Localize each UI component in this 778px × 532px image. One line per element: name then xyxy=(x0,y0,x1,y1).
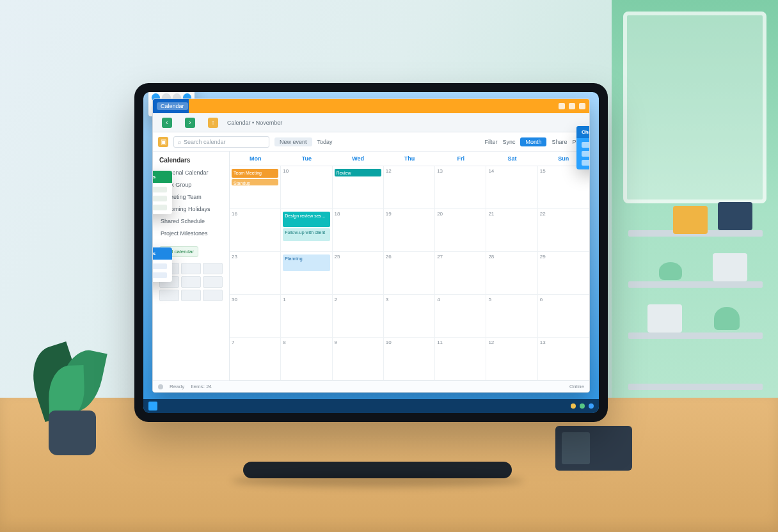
mini-month[interactable] xyxy=(203,263,223,274)
calendar-cell[interactable]: 17Design review sessionFollow-up with cl… xyxy=(281,209,332,252)
keyboard xyxy=(243,462,512,478)
window-title: Calendar xyxy=(157,102,188,110)
desk-plant xyxy=(27,347,116,455)
mini-month[interactable] xyxy=(203,290,223,301)
sidebar-item-shared[interactable]: Shared Schedule xyxy=(159,215,223,227)
calendar-cell[interactable]: 8 xyxy=(281,338,332,380)
calendar-cell[interactable]: 30 xyxy=(230,295,281,338)
calendar-cell[interactable]: 12 xyxy=(486,338,537,380)
calendar-cell[interactable]: 3 xyxy=(384,295,435,338)
tasks-panel-title: Tasks xyxy=(152,171,172,183)
calendar-cell[interactable]: 26 xyxy=(384,252,435,295)
calendar-cell[interactable]: 19 xyxy=(384,209,435,252)
calendar-cell[interactable]: 20 xyxy=(435,209,486,252)
calendar-cell[interactable]: 1 xyxy=(281,295,332,338)
calendar-cell[interactable]: 23 xyxy=(230,252,281,295)
day-header: Fri xyxy=(435,152,486,166)
mini-month[interactable] xyxy=(181,276,201,288)
calendar-cell[interactable]: 27 xyxy=(435,252,486,295)
calendar-cell[interactable]: 25 xyxy=(333,252,384,295)
calendar-cell[interactable]: 22 xyxy=(538,209,589,252)
search-icon: ⌕ xyxy=(178,139,181,145)
shelf xyxy=(628,281,763,288)
mini-month[interactable] xyxy=(181,290,201,301)
calendar-event[interactable]: Follow-up with client xyxy=(283,228,329,241)
chevron-left-icon: ‹ xyxy=(162,118,172,128)
sidebar-item-milestones[interactable]: Project Milestones xyxy=(159,228,223,239)
calendar-cell[interactable]: 4 xyxy=(435,295,486,338)
calendar-event[interactable]: Standup xyxy=(232,179,278,185)
calendar-cell[interactable]: 11 xyxy=(435,338,486,380)
view-switch-button[interactable]: Month xyxy=(520,137,546,146)
calendar-cell[interactable]: 6 xyxy=(538,295,589,338)
search-input[interactable]: ⌕ Search calendar xyxy=(173,136,269,148)
share-button[interactable]: Share xyxy=(552,139,567,145)
calendar-cell[interactable]: 28 xyxy=(486,252,537,295)
calendar-cell[interactable]: 2 xyxy=(333,295,384,338)
window-close-button[interactable] xyxy=(579,103,585,109)
monitor: Apps Calendar xyxy=(134,83,608,422)
titlebar[interactable]: Calendar xyxy=(153,99,589,113)
calendar-cell[interactable]: 10 xyxy=(281,166,332,209)
chat-contact[interactable] xyxy=(582,160,590,166)
window-maximize-button[interactable] xyxy=(569,103,575,109)
system-tray[interactable] xyxy=(571,399,594,413)
calendar-cell[interactable]: 29 xyxy=(538,252,589,295)
calendar-event[interactable]: Team Meeting xyxy=(232,169,278,178)
shelf-box xyxy=(673,206,708,234)
calendar-event[interactable]: Planning xyxy=(283,254,329,271)
calendar-cell[interactable]: 9 xyxy=(333,338,384,380)
toolbar: ▣ ⌕ Search calendar New event Today Filt… xyxy=(153,132,589,152)
shelf xyxy=(628,332,763,339)
status-connection: Online xyxy=(569,384,584,389)
calendar-cell[interactable]: 24Planning xyxy=(281,252,332,295)
folder-icon: ▣ xyxy=(158,137,168,147)
calendar-cell[interactable]: 5 xyxy=(486,295,537,338)
breadcrumb[interactable]: Calendar • November xyxy=(227,120,282,126)
start-button[interactable] xyxy=(148,402,157,411)
today-button[interactable]: Today xyxy=(317,139,333,145)
calendar-event[interactable]: Review xyxy=(335,169,381,176)
calendar-event[interactable]: Design review session xyxy=(283,212,329,227)
window-minimize-button[interactable] xyxy=(559,103,565,109)
calendar-cell[interactable]: 13 xyxy=(435,166,486,209)
note-item[interactable] xyxy=(152,263,167,269)
os-taskbar[interactable] xyxy=(143,399,599,413)
calendar-cell[interactable]: 21 xyxy=(486,209,537,252)
task-item[interactable] xyxy=(152,196,167,201)
calendar-cell[interactable]: 13 xyxy=(538,338,589,380)
sync-button[interactable]: Sync xyxy=(502,139,515,145)
task-item[interactable] xyxy=(152,187,167,192)
calendar-cell[interactable]: 11Review xyxy=(333,166,384,209)
note-item[interactable] xyxy=(152,272,167,278)
calendar-cell[interactable]: 18 xyxy=(333,209,384,252)
mini-month[interactable] xyxy=(181,263,201,274)
notes-panel[interactable]: Notes xyxy=(152,247,172,282)
calendar-cell[interactable]: 10 xyxy=(384,338,435,380)
chat-contact[interactable] xyxy=(582,151,590,157)
nav-forward-button[interactable]: › xyxy=(181,116,199,130)
mini-month[interactable] xyxy=(159,290,179,301)
day-header: Sat xyxy=(486,152,537,166)
task-item[interactable] xyxy=(152,205,167,210)
tray-icon[interactable] xyxy=(589,403,594,409)
tray-icon[interactable] xyxy=(580,403,585,409)
new-event-button[interactable]: New event xyxy=(274,137,312,146)
filter-button[interactable]: Filter xyxy=(484,139,497,145)
chat-contact[interactable] xyxy=(582,142,590,148)
calendar-cell[interactable]: 16 xyxy=(230,209,281,252)
calendar-cell[interactable]: 15 xyxy=(538,166,589,209)
calendar-grid[interactable]: 9Team MeetingStandup1011Review1213141516… xyxy=(230,166,589,380)
calendar-cell[interactable]: 14 xyxy=(486,166,537,209)
calendar-cell[interactable]: 7 xyxy=(230,338,281,380)
tray-icon[interactable] xyxy=(571,403,576,409)
nav-up-button[interactable]: ↑ xyxy=(204,116,222,130)
mini-month[interactable] xyxy=(203,276,223,288)
calendar-cell[interactable]: 12 xyxy=(384,166,435,209)
desktop[interactable]: Apps Calendar xyxy=(143,92,599,413)
nav-back-button[interactable]: ‹ xyxy=(158,116,176,130)
calendar-cell[interactable]: 9Team MeetingStandup xyxy=(230,166,281,209)
tasks-panel[interactable]: Tasks xyxy=(152,171,172,214)
day-header: Wed xyxy=(333,152,384,166)
chat-panel[interactable]: Chat xyxy=(576,126,590,169)
